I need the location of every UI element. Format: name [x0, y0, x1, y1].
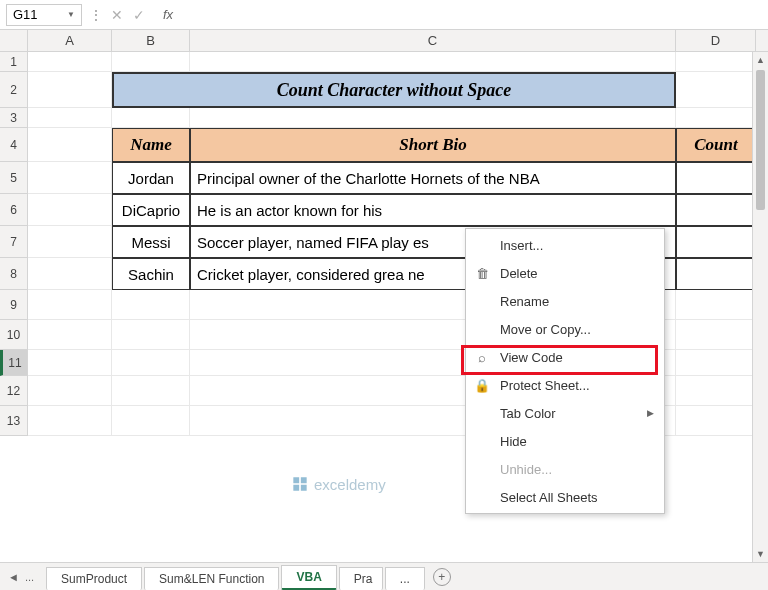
cell[interactable] [112, 406, 190, 436]
col-header-D[interactable]: D [676, 30, 756, 51]
cell[interactable] [28, 406, 112, 436]
col-header-B[interactable]: B [112, 30, 190, 51]
row-header[interactable]: 13 [0, 406, 28, 436]
row-header[interactable]: 9 [0, 290, 28, 320]
row-header[interactable]: 4 [0, 128, 28, 162]
cell[interactable] [28, 350, 112, 376]
row-header[interactable]: 7 [0, 226, 28, 258]
cell[interactable] [28, 72, 112, 108]
scroll-thumb[interactable] [756, 70, 765, 210]
data-count[interactable] [676, 258, 756, 290]
sheet-tabs: SumProduct Sum&LEN Function VBA Pra ... [46, 563, 427, 590]
data-bio[interactable]: Principal owner of the Charlotte Hornets… [190, 162, 676, 194]
blank-icon [472, 291, 492, 311]
row-header-active[interactable]: 11 [0, 350, 28, 376]
menu-label: Select All Sheets [500, 490, 598, 505]
cell[interactable] [112, 290, 190, 320]
cell[interactable] [676, 350, 756, 376]
cell[interactable] [28, 226, 112, 258]
row-header[interactable]: 5 [0, 162, 28, 194]
data-bio[interactable]: He is an actor known for his [190, 194, 676, 226]
cell[interactable] [676, 376, 756, 406]
data-count[interactable] [676, 162, 756, 194]
menu-tab-color[interactable]: Tab Color▶ [466, 399, 664, 427]
menu-select-all-sheets[interactable]: Select All Sheets [466, 483, 664, 511]
blank-icon [472, 319, 492, 339]
name-box[interactable]: G11 ▼ [6, 4, 82, 26]
tab-sumlen[interactable]: Sum&LEN Function [144, 567, 279, 590]
data-name[interactable]: Jordan [112, 162, 190, 194]
cell[interactable] [112, 108, 190, 128]
blank-icon [472, 487, 492, 507]
cell[interactable] [28, 52, 112, 72]
fx-label[interactable]: fx [163, 7, 173, 22]
title-cell[interactable]: Count Character without Space [112, 72, 676, 108]
cell[interactable] [190, 52, 676, 72]
cell[interactable] [676, 290, 756, 320]
row-header[interactable]: 8 [0, 258, 28, 290]
data-name[interactable]: DiCaprio [112, 194, 190, 226]
cell[interactable] [676, 320, 756, 350]
data-count[interactable] [676, 194, 756, 226]
select-all-cell[interactable] [0, 30, 28, 51]
menu-label: Tab Color [500, 406, 556, 421]
cell[interactable] [28, 108, 112, 128]
row-header[interactable]: 2 [0, 72, 28, 108]
cell[interactable] [28, 258, 112, 290]
formula-bar: G11 ▼ ⋮ ✕ ✓ fx [0, 0, 768, 30]
scroll-up-icon[interactable]: ▲ [753, 52, 768, 68]
watermark-icon [290, 474, 310, 494]
cell[interactable] [676, 108, 756, 128]
cell[interactable] [28, 376, 112, 406]
col-header-C[interactable]: C [190, 30, 676, 51]
menu-label: Insert... [500, 238, 543, 253]
cell[interactable] [676, 52, 756, 72]
menu-label: Rename [500, 294, 549, 309]
code-icon: ⌕ [472, 347, 492, 367]
menu-protect-sheet[interactable]: 🔒Protect Sheet... [466, 371, 664, 399]
cell[interactable] [676, 406, 756, 436]
divider-icon: ⋮ [90, 8, 101, 22]
tab-more[interactable]: ... [385, 567, 425, 590]
row-header[interactable]: 6 [0, 194, 28, 226]
cell[interactable] [112, 52, 190, 72]
scroll-down-icon[interactable]: ▼ [753, 546, 768, 562]
cell[interactable] [28, 320, 112, 350]
cell[interactable] [112, 376, 190, 406]
cell[interactable] [28, 162, 112, 194]
col-header-A[interactable]: A [28, 30, 112, 51]
cell[interactable] [112, 350, 190, 376]
tab-nav-more[interactable]: ... [23, 571, 36, 583]
cell[interactable] [190, 108, 676, 128]
menu-rename[interactable]: Rename [466, 287, 664, 315]
tab-vba-active[interactable]: VBA [281, 565, 336, 590]
header-count[interactable]: Count [676, 128, 756, 162]
data-name[interactable]: Sachin [112, 258, 190, 290]
data-count[interactable] [676, 226, 756, 258]
menu-view-code[interactable]: ⌕View Code [466, 343, 664, 371]
cell[interactable] [676, 72, 756, 108]
header-bio[interactable]: Short Bio [190, 128, 676, 162]
row-header[interactable]: 3 [0, 108, 28, 128]
tab-pra[interactable]: Pra [339, 567, 383, 590]
menu-move-copy[interactable]: Move or Copy... [466, 315, 664, 343]
cell[interactable] [28, 290, 112, 320]
column-headers: A B C D [0, 30, 768, 52]
row-header[interactable]: 10 [0, 320, 28, 350]
cell[interactable] [28, 194, 112, 226]
menu-label: Unhide... [500, 462, 552, 477]
add-sheet-button[interactable]: + [433, 568, 451, 586]
name-box-dropdown-icon[interactable]: ▼ [67, 10, 75, 19]
cell[interactable] [28, 128, 112, 162]
menu-hide[interactable]: Hide [466, 427, 664, 455]
cell[interactable] [112, 320, 190, 350]
menu-delete[interactable]: 🗑Delete [466, 259, 664, 287]
tab-nav-prev-icon[interactable]: ◄ [6, 571, 21, 583]
tab-sumproduct[interactable]: SumProduct [46, 567, 142, 590]
vertical-scrollbar[interactable]: ▲ ▼ [752, 52, 768, 562]
data-name[interactable]: Messi [112, 226, 190, 258]
row-header[interactable]: 12 [0, 376, 28, 406]
header-name[interactable]: Name [112, 128, 190, 162]
menu-insert[interactable]: Insert... [466, 231, 664, 259]
row-header[interactable]: 1 [0, 52, 28, 72]
